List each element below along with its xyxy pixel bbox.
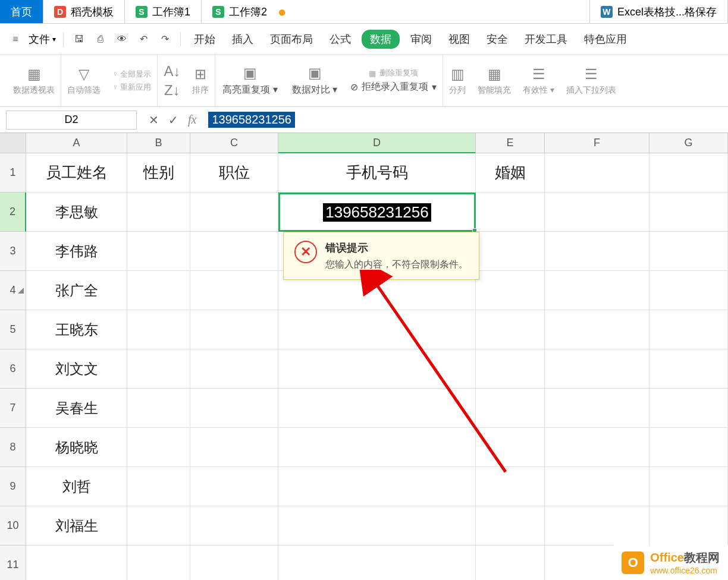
menu-insert[interactable]: 插入 [226,32,259,46]
cell[interactable] [545,467,649,506]
cell[interactable] [190,506,278,546]
row-header[interactable]: 5 [0,310,26,349]
cell[interactable] [476,271,545,310]
cell[interactable] [476,349,545,389]
row-header[interactable]: 6 [0,349,26,389]
cell[interactable] [127,546,190,580]
menu-data[interactable]: 数据 [362,30,400,49]
tab-template[interactable]: D稻壳模板 [43,0,125,23]
cell[interactable] [649,271,728,310]
cell[interactable]: 刘文文 [26,349,127,389]
col-header-G[interactable]: G [649,133,728,153]
save-icon[interactable]: 🖫 [71,31,87,48]
tool-sort-az[interactable]: A↓ Z↓ [158,55,186,106]
menu-icon[interactable]: ≡ [7,31,24,48]
cell[interactable] [545,349,649,389]
cell[interactable] [190,193,278,232]
tool-validity[interactable]: ☰ 有效性 ▾ [517,55,560,106]
cell[interactable]: 刘福生 [26,506,127,546]
col-header-D[interactable]: D [278,133,476,153]
file-menu[interactable]: 文件▾ [29,32,56,46]
col-header-C[interactable]: C [190,133,278,153]
tool-sort[interactable]: ⊞ 排序 [186,55,215,106]
cell[interactable] [278,428,476,467]
row-header[interactable]: 8 [0,428,26,467]
cell[interactable] [649,193,728,232]
cell[interactable]: 李思敏 [26,193,127,232]
cell[interactable] [278,349,476,389]
cell[interactable] [545,389,649,428]
menu-security[interactable]: 安全 [481,32,514,46]
tab-workbook2[interactable]: S工作簿2● [202,0,590,23]
cell[interactable] [545,193,649,232]
col-header-E[interactable]: E [476,133,545,153]
undo-icon[interactable]: ↶ [135,31,152,48]
cell[interactable] [127,428,190,467]
cell[interactable] [190,310,278,349]
row-header[interactable]: 2 [0,193,26,232]
cell[interactable] [278,389,476,428]
tab-home[interactable]: 首页 [0,0,43,23]
cell[interactable] [127,389,190,428]
cell[interactable] [127,193,190,232]
cell[interactable] [545,271,649,310]
cell[interactable] [278,310,476,349]
cell[interactable] [545,153,649,193]
cell[interactable]: 张广全 [26,271,127,310]
menu-special[interactable]: 特色应用 [578,32,633,46]
cell[interactable] [649,349,728,389]
remove-dup[interactable]: ▦ 删除重复项 [369,68,418,78]
formula-input[interactable]: 139658231256 [208,112,294,128]
cell[interactable]: 性别 [127,153,190,193]
fx-icon[interactable]: fx [188,113,196,127]
tool-pivot[interactable]: ▦ 数据透视表 [7,55,61,106]
preview-icon[interactable]: 👁 [114,31,130,48]
cell[interactable] [190,349,278,389]
menu-layout[interactable]: 页面布局 [264,32,319,46]
cell[interactable] [190,271,278,310]
cell[interactable] [127,349,190,389]
cell[interactable] [476,546,545,580]
menu-dev[interactable]: 开发工具 [519,32,573,46]
col-header-F[interactable]: F [545,133,649,153]
tool-compare[interactable]: ▣ 数据对比 ▾ [285,65,344,96]
cell[interactable] [649,389,728,428]
tool-split[interactable]: ▥ 分列 [443,55,472,106]
row-header[interactable]: 11 [0,546,26,580]
cell[interactable] [649,506,728,546]
cell[interactable] [278,467,476,506]
cell[interactable] [545,310,649,349]
menu-formula[interactable]: 公式 [324,32,357,46]
tab-excel-tips[interactable]: WExcel表格技...格保存 [590,0,728,23]
tool-highlight-dup[interactable]: ▣ 高亮重复项 ▾ [215,65,284,96]
row-header[interactable]: 3 [0,232,26,271]
cell[interactable] [278,506,476,546]
cell[interactable]: 139658231256 [278,193,476,232]
cell[interactable] [649,467,728,506]
cell[interactable] [190,467,278,506]
cell[interactable] [545,506,649,546]
cell[interactable]: 婚姻 [476,153,545,193]
cell-reference[interactable]: D2 [6,111,137,130]
reject-dup[interactable]: ⊘ 拒绝录入重复项 ▾ [350,81,437,93]
cell[interactable] [127,467,190,506]
cell[interactable] [649,428,728,467]
cell[interactable] [649,153,728,193]
row-header[interactable]: 7 [0,389,26,428]
menu-review[interactable]: 审阅 [404,32,438,46]
cell[interactable] [127,271,190,310]
row-header[interactable]: 1 [0,153,26,193]
cell[interactable] [127,506,190,546]
cell[interactable] [476,428,545,467]
cell[interactable]: 吴春生 [26,389,127,428]
cell[interactable] [476,467,545,506]
row-header[interactable]: 10 [0,506,26,546]
cell[interactable]: 刘哲 [26,467,127,506]
cell[interactable] [476,389,545,428]
cell[interactable] [476,506,545,546]
cell[interactable] [476,232,545,271]
print-icon[interactable]: ⎙ [92,31,109,48]
cell[interactable] [476,310,545,349]
col-header-B[interactable]: B [127,133,190,153]
col-header-A[interactable]: A [26,133,127,153]
